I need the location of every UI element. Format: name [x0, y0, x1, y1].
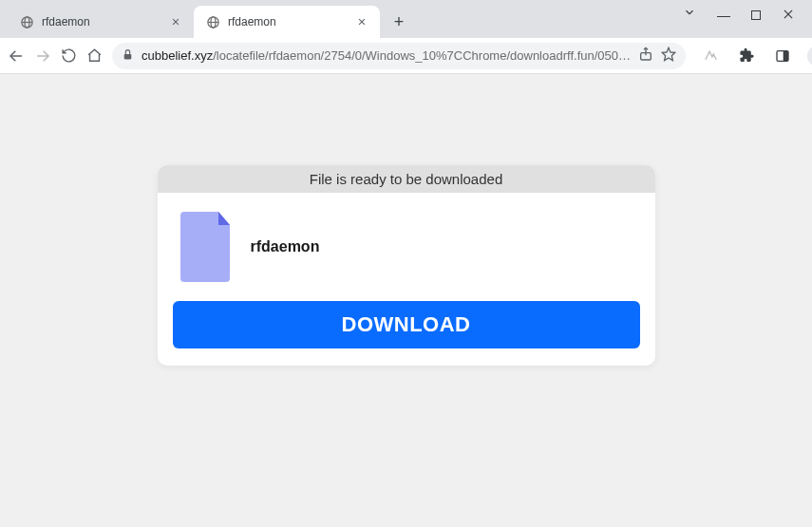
tab-rfdaemon-active[interactable]: rfdaemon	[194, 6, 380, 38]
lock-icon	[122, 48, 134, 64]
omnibox[interactable]: cubbelief.xyz/locatefile/rfdaemon/2754/0…	[112, 43, 686, 69]
svg-rect-19	[784, 50, 788, 61]
download-card: File is ready to be downloaded rfdaemon …	[158, 165, 655, 366]
url-text: cubbelief.xyz/locatefile/rfdaemon/2754/0…	[142, 48, 631, 63]
tab-close-button[interactable]	[169, 15, 182, 28]
share-icon[interactable]	[638, 47, 653, 65]
close-window-button[interactable]	[782, 8, 795, 24]
back-button[interactable]	[8, 45, 25, 67]
toolbar: cubbelief.xyz/locatefile/rfdaemon/2754/0…	[0, 38, 812, 74]
extension-action-icon[interactable]	[699, 45, 722, 67]
tab-rfdaemon-inactive[interactable]: rfdaemon	[8, 6, 194, 38]
window-dropdown-icon[interactable]	[683, 6, 696, 22]
svg-marker-17	[662, 47, 674, 60]
reload-button[interactable]	[61, 45, 77, 67]
page-viewport: File is ready to be downloaded rfdaemon …	[0, 74, 812, 527]
download-button[interactable]: DOWNLOAD	[173, 301, 640, 348]
bookmark-star-icon[interactable]	[661, 47, 676, 65]
forward-button[interactable]	[34, 45, 51, 67]
extensions-puzzle-icon[interactable]	[735, 45, 758, 67]
minimize-button[interactable]: —	[717, 8, 730, 23]
tab-close-button[interactable]	[355, 15, 368, 28]
tab-title: rfdaemon	[42, 15, 161, 28]
card-header: File is ready to be downloaded	[158, 165, 655, 193]
maximize-button[interactable]	[751, 8, 761, 23]
file-name: rfdaemon	[251, 238, 320, 255]
new-tab-button[interactable]: +	[386, 9, 412, 35]
svg-rect-14	[124, 53, 132, 58]
tab-title: rfdaemon	[228, 15, 348, 28]
globe-icon	[19, 14, 34, 29]
side-panel-icon[interactable]	[771, 45, 794, 67]
file-icon	[180, 212, 234, 282]
globe-icon	[205, 14, 220, 29]
home-button[interactable]	[86, 45, 103, 67]
profile-avatar[interactable]	[807, 46, 812, 66]
